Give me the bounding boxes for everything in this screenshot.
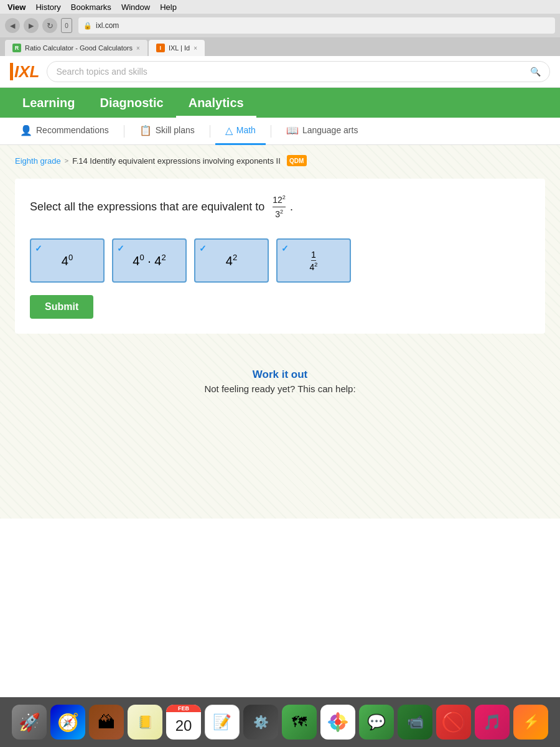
tab-close-1[interactable]: × <box>136 45 140 52</box>
tab-favicon-2: I <box>156 44 165 52</box>
dock-activity-monitor[interactable]: ⚙️ <box>243 705 278 740</box>
dock-safari[interactable]: 🧭 <box>50 705 85 740</box>
subnav-languagearts[interactable]: 📖 Language arts <box>276 118 368 145</box>
menu-bar: View History Bookmarks Window Help <box>0 0 560 14</box>
fraction-numerator: 122 <box>273 194 286 207</box>
subnav-divider-1 <box>124 125 124 138</box>
skillplans-icon: 📋 <box>139 125 152 136</box>
choice-b[interactable]: ✓ 40 · 42 <box>112 238 187 283</box>
subnav-divider-3 <box>271 125 271 138</box>
browser-chrome: ◀ ▶ ↻ 0 🔒 ixl.com R Ratio Calculator - G… <box>0 14 560 56</box>
tab-close-2[interactable]: × <box>194 45 197 52</box>
dock-photos[interactable] <box>320 705 355 740</box>
subnav-skillplans[interactable]: 📋 Skill plans <box>129 118 205 145</box>
choice-a-content: 40 <box>62 253 73 268</box>
tab-label-1: Ratio Calculator - Good Calculators <box>25 44 133 52</box>
dock-messages[interactable]: 💬 <box>359 705 394 740</box>
nav-diagnostic[interactable]: Diagnostic <box>87 88 175 118</box>
question-area: Select all the expressions that are equi… <box>15 179 545 334</box>
search-placeholder: Search topics and skills <box>56 67 147 77</box>
tab-ratio-calculator[interactable]: R Ratio Calculator - Good Calculators × <box>5 40 147 56</box>
choice-b-check: ✓ <box>117 243 124 253</box>
search-box[interactable]: Search topics and skills 🔍 <box>47 61 550 82</box>
forward-button[interactable]: ▶ <box>24 18 39 33</box>
ixl-logo-text: IXL <box>14 62 39 82</box>
question-fraction: 122 32 . <box>271 200 293 213</box>
dock-calendar[interactable]: FEB 20 <box>166 705 201 740</box>
ixl-content: Eighth grade > F.14 Identify equivalent … <box>0 145 560 519</box>
dock-music[interactable]: 🎵 <box>475 705 510 740</box>
breadcrumb: Eighth grade > F.14 Identify equivalent … <box>15 155 545 166</box>
subnav-recommendations[interactable]: 👤 Recommendations <box>10 118 119 145</box>
ixl-logo-bar <box>10 63 13 80</box>
breadcrumb-separator: > <box>65 157 68 164</box>
svg-point-4 <box>340 720 348 724</box>
dock-launchpad[interactable]: 🚀 <box>12 705 47 740</box>
lock-icon: 🔒 <box>83 22 92 30</box>
tab-bar: R Ratio Calculator - Good Calculators × … <box>0 37 560 56</box>
subnav-math[interactable]: △ Math <box>215 118 266 145</box>
dock-swift-playgrounds[interactable]: ⚡ <box>513 705 548 740</box>
tab-switcher[interactable]: 0 <box>61 18 72 33</box>
ixl-page: IXL Search topics and skills 🔍 Learning … <box>0 56 560 697</box>
recommendations-icon: 👤 <box>20 125 32 136</box>
cal-month: FEB <box>166 705 201 712</box>
submit-button[interactable]: Submit <box>30 295 93 319</box>
dock-maps[interactable]: 🗺 <box>282 705 317 740</box>
nav-analytics[interactable]: Analytics <box>176 88 256 118</box>
menu-bookmarks[interactable]: Bookmarks <box>71 2 111 12</box>
qdm-badge: QDM <box>287 155 307 166</box>
tab-label-2: IXL | Id <box>169 44 190 52</box>
breadcrumb-grade[interactable]: Eighth grade <box>15 156 61 166</box>
question-period: . <box>290 200 293 213</box>
tab-ixl[interactable]: I IXL | Id × <box>149 40 205 56</box>
subnav-recommendations-label: Recommendations <box>36 125 109 135</box>
back-button[interactable]: ◀ <box>5 18 20 33</box>
choice-c-check: ✓ <box>199 243 207 253</box>
question-instruction: Select all the expressions that are equi… <box>30 200 264 213</box>
nav-learning[interactable]: Learning <box>10 88 87 118</box>
choice-a-text: 40 <box>62 253 73 268</box>
fraction-display: 122 32 <box>273 194 286 221</box>
browser-toolbar: ◀ ▶ ↻ 0 🔒 ixl.com <box>0 14 560 37</box>
dock-notes[interactable]: 📒 <box>128 705 162 740</box>
choice-b-text: 40 · 42 <box>133 253 166 268</box>
subnav-divider-2 <box>210 125 210 138</box>
menu-view[interactable]: View <box>7 2 26 12</box>
choice-d-denominator: 42 <box>310 261 318 272</box>
menu-window[interactable]: Window <box>121 2 150 12</box>
choice-d-check: ✓ <box>281 243 289 253</box>
address-bar[interactable]: 🔒 ixl.com <box>78 17 555 34</box>
choice-c[interactable]: ✓ 42 <box>194 238 269 283</box>
work-it-out: Work it out Not feeling ready yet? This … <box>15 359 545 404</box>
ixl-logo: IXL <box>10 62 39 82</box>
question-text: Select all the expressions that are equi… <box>30 194 530 221</box>
choice-c-text: 42 <box>226 253 237 268</box>
dock-reminders[interactable]: 📝 <box>205 705 240 740</box>
subnav-math-label: Math <box>236 125 256 135</box>
work-it-out-text: Not feeling ready yet? This can help: <box>25 383 535 394</box>
ixl-nav: Learning Diagnostic Analytics <box>0 88 560 118</box>
choice-d-fraction: 1 42 <box>310 250 318 272</box>
menu-help[interactable]: Help <box>160 2 177 12</box>
dock-news[interactable]: 🚫 <box>436 705 471 740</box>
cal-day: 20 <box>166 712 201 740</box>
search-icon: 🔍 <box>530 67 541 77</box>
dock-photo[interactable]: 🏔 <box>89 705 124 740</box>
dock-facetime[interactable]: 📹 <box>398 705 432 740</box>
svg-point-0 <box>335 719 341 725</box>
breadcrumb-lesson: F.14 Identify equivalent expressions inv… <box>72 156 281 166</box>
math-icon: △ <box>225 125 233 136</box>
menu-history[interactable]: History <box>35 2 60 12</box>
refresh-button[interactable]: ↻ <box>42 18 57 33</box>
choice-d[interactable]: ✓ 1 42 <box>276 238 351 283</box>
fraction-denominator: 32 <box>275 207 283 220</box>
subnav-skillplans-label: Skill plans <box>156 125 195 135</box>
answer-choices: ✓ 40 ✓ 40 · 42 ✓ 42 <box>30 238 530 283</box>
ixl-subnav: 👤 Recommendations 📋 Skill plans △ Math 📖… <box>0 118 560 145</box>
choice-b-content: 40 · 42 <box>133 253 166 268</box>
choice-a[interactable]: ✓ 40 <box>30 238 105 283</box>
choice-d-numerator: 1 <box>311 250 316 261</box>
tab-favicon-1: R <box>12 44 21 52</box>
svg-point-3 <box>328 720 335 724</box>
